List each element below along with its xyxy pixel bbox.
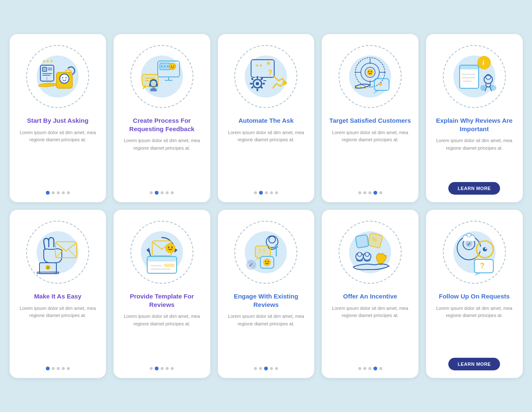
icon-area-2: [119, 41, 204, 112]
dot: [254, 191, 257, 194]
card-dots-3: [254, 191, 278, 195]
svg-point-110: [268, 261, 269, 262]
dot-active: [264, 367, 268, 370]
dot: [358, 191, 361, 194]
svg-point-50: [283, 81, 287, 85]
svg-rect-44: [250, 83, 252, 85]
person-board-icon: i ✓ ✓: [451, 53, 498, 100]
card-body-7: Lorem ipsum dolor sit dim amet, mea regi…: [119, 313, 204, 361]
icon-circle-5: i ✓ ✓: [443, 45, 506, 108]
svg-point-10: [60, 74, 69, 83]
card-body-1: Lorem ipsum dolor sit dim amet, mea regi…: [16, 129, 101, 185]
card-body-5: Lorem ipsum dolor sit dim amet, mea regi…: [432, 137, 517, 176]
dot: [57, 367, 60, 370]
svg-point-18: [161, 66, 163, 67]
learn-more-button-1[interactable]: LEARN MORE: [448, 182, 500, 195]
icon-circle-3: ★★ ★ ?: [234, 45, 297, 108]
cards-grid: ★★★ ↓: [10, 34, 523, 378]
card-body-6: Lorem ipsum dolor sit dim amet, mea regi…: [16, 305, 101, 361]
dot: [166, 367, 169, 370]
svg-rect-95: [164, 264, 175, 267]
svg-point-100: [269, 236, 275, 243]
svg-point-23: [173, 66, 174, 66]
svg-point-19: [164, 66, 166, 67]
svg-point-98: [171, 247, 172, 248]
svg-marker-137: [474, 273, 482, 275]
card-automate-the-ask: ★★ ★ ?: [218, 34, 315, 202]
dot: [265, 191, 268, 194]
card-make-it-easy: Make It As Easy Lorem ipsum dolor sit di…: [10, 210, 106, 378]
chat-person-icon: ? ? ✓: [243, 229, 289, 275]
icon-circle-8: ? ? ✓: [234, 221, 297, 284]
card-title-5: Explain Why Reviews Are Important: [432, 116, 517, 133]
dot: [57, 191, 60, 194]
svg-text:↓: ↓: [45, 75, 48, 81]
discount-heart-icon: %: [347, 229, 393, 275]
svg-text:★: ★: [266, 60, 271, 66]
icon-area-5: i ✓ ✓: [432, 41, 517, 112]
svg-text:✓: ✓: [461, 76, 464, 79]
svg-point-11: [62, 77, 64, 79]
icon-circle-1: ★★★ ↓: [26, 45, 89, 108]
svg-text:?: ?: [480, 261, 484, 270]
learn-more-button-2[interactable]: LEARN MORE: [448, 358, 500, 370]
card-title-1: Start By Just Asking: [27, 116, 88, 125]
dot: [379, 367, 382, 370]
dot: [368, 191, 371, 194]
svg-point-134: [485, 248, 487, 249]
svg-point-121: [365, 252, 369, 256]
dot: [62, 367, 65, 370]
svg-point-60: [371, 71, 372, 72]
svg-marker-28: [142, 86, 147, 90]
svg-point-41: [256, 82, 259, 85]
svg-point-108: [263, 259, 271, 266]
target-stars-icon: ★★★ ♥: [347, 53, 393, 100]
svg-rect-80: [56, 242, 77, 258]
card-title-2: Create Process For Requesting Feedback: [119, 116, 204, 133]
svg-rect-68: [460, 65, 479, 69]
card-body-9: Lorem ipsum dolor sit dim amet, mea regi…: [328, 305, 413, 361]
icon-area-8: ? ? ✓: [224, 217, 309, 288]
icon-area-7: [119, 217, 204, 288]
card-title-7: Provide Template For Reviews: [119, 292, 204, 309]
card-dots-6: [46, 367, 70, 370]
svg-rect-92: [147, 256, 177, 261]
dot: [379, 191, 382, 194]
svg-rect-43: [257, 89, 258, 91]
gear-robot-icon: ★★ ★ ?: [243, 53, 289, 100]
svg-point-133: [483, 247, 487, 251]
dot: [363, 367, 366, 370]
svg-rect-129: [463, 238, 475, 241]
svg-marker-63: [373, 90, 380, 94]
svg-point-119: [357, 252, 362, 256]
dot: [161, 367, 164, 370]
card-body-4: Lorem ipsum dolor sit dim amet, mea regi…: [328, 129, 413, 185]
card-title-9: Offer An Incentive: [343, 292, 397, 301]
dot: [270, 367, 273, 370]
dot: [67, 367, 70, 370]
svg-text:♥: ♥: [378, 81, 383, 88]
card-dots-2: [150, 191, 174, 195]
dot-active: [155, 191, 159, 195]
dot: [254, 367, 257, 370]
icon-area-9: %: [328, 217, 413, 288]
svg-point-22: [171, 66, 172, 66]
dot: [166, 191, 169, 194]
svg-point-59: [368, 71, 369, 72]
icon-circle-9: %: [339, 221, 402, 284]
card-start-by-just-asking: ★★★ ↓: [10, 34, 106, 202]
svg-marker-89: [146, 248, 149, 253]
card-title-6: Make It As Easy: [34, 292, 82, 301]
svg-point-21: [169, 63, 176, 70]
svg-point-78: [480, 85, 486, 91]
dot: [275, 191, 278, 194]
dot-active: [373, 191, 377, 195]
svg-text:? ?: ? ?: [259, 248, 265, 254]
card-dots-7: [150, 367, 174, 370]
dot: [171, 191, 174, 194]
dot: [161, 191, 164, 194]
icon-circle-2: [130, 45, 193, 108]
svg-point-12: [66, 77, 67, 79]
card-title-8: Engage With Existing Reviews: [224, 292, 309, 309]
template-mail-icon: [139, 229, 185, 275]
